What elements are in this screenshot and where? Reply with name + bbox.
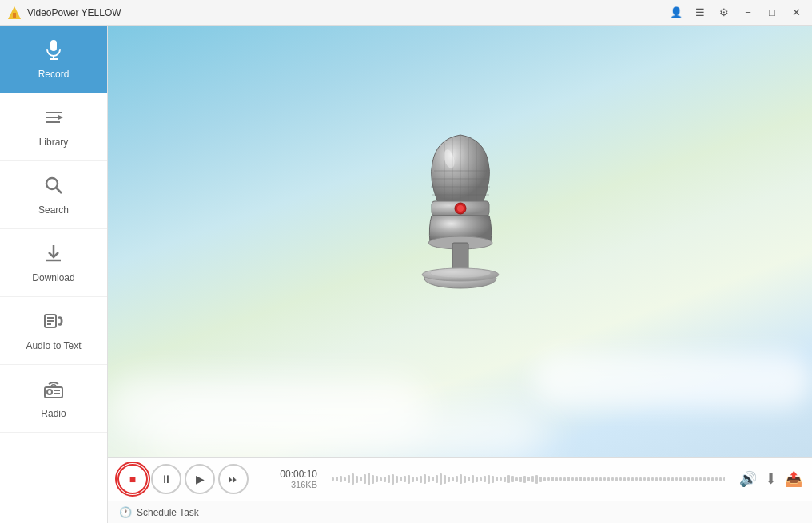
- sidebar-download-label: Download: [32, 272, 74, 283]
- wave-bar: [659, 477, 662, 481]
- wave-bar: [384, 477, 386, 482]
- wave-bar: [484, 476, 486, 482]
- wave-bar: [448, 477, 450, 482]
- sidebar-search-label: Search: [38, 204, 69, 216]
- wave-bar: [663, 477, 666, 481]
- wave-bar: [539, 477, 542, 482]
- menu-btn[interactable]: ☰: [691, 3, 710, 22]
- wave-bar: [460, 474, 462, 484]
- svg-point-9: [46, 178, 58, 189]
- wave-bar: [643, 477, 646, 481]
- pause-button[interactable]: ⏸: [151, 464, 181, 494]
- app-title: VideoPower YELLOW: [27, 7, 667, 18]
- next-button[interactable]: ⏭: [218, 464, 249, 494]
- wave-bar: [723, 477, 725, 481]
- wave-bar: [488, 475, 490, 484]
- wave-bar: [591, 477, 594, 481]
- wave-bar: [348, 475, 350, 483]
- wave-bar: [679, 477, 682, 481]
- wave-bar: [535, 475, 538, 484]
- maximize-btn[interactable]: □: [762, 3, 782, 22]
- wave-bar: [476, 477, 478, 482]
- wave-bar: [527, 477, 530, 481]
- play-button[interactable]: ▶: [185, 464, 215, 494]
- wave-bar: [695, 477, 698, 481]
- download-button[interactable]: ⬇: [765, 470, 777, 488]
- wave-bar: [603, 477, 606, 481]
- wave-bar: [360, 477, 362, 481]
- wave-bar: [332, 477, 334, 481]
- sidebar: Record Library Search: [0, 26, 108, 523]
- wave-bar: [651, 477, 654, 481]
- waveform: [332, 467, 725, 491]
- wave-bar: [428, 476, 430, 482]
- sidebar-item-record[interactable]: Record: [0, 26, 107, 93]
- wave-bar: [687, 477, 690, 481]
- schedule-label: Schedule Task: [137, 507, 199, 518]
- settings-btn[interactable]: ⚙: [714, 3, 734, 22]
- wave-bar: [523, 476, 526, 483]
- wave-bar: [531, 476, 534, 482]
- wave-bar: [404, 476, 406, 482]
- wave-bar: [519, 477, 522, 482]
- microphone-graphic: [396, 127, 524, 335]
- download-icon: [42, 242, 65, 267]
- svg-line-10: [56, 188, 62, 193]
- sidebar-item-audio-to-text[interactable]: Audio to Text: [0, 297, 107, 365]
- search-icon: [42, 174, 65, 200]
- sidebar-item-download[interactable]: Download: [0, 229, 107, 297]
- volume-icon[interactable]: 🔊: [739, 470, 757, 488]
- wave-bar: [380, 477, 382, 481]
- player-right-controls: 🔊 ⬇ 📤: [739, 470, 802, 488]
- size-display: 316KB: [291, 480, 317, 489]
- wave-bar: [364, 474, 366, 484]
- wave-bar: [400, 477, 402, 481]
- sidebar-item-search[interactable]: Search: [0, 161, 107, 229]
- wave-bar: [444, 475, 446, 484]
- wave-bar: [515, 477, 518, 481]
- wave-bar: [671, 477, 674, 481]
- wave-bar: [551, 477, 554, 481]
- wave-bar: [675, 477, 678, 481]
- stop-icon: ■: [129, 473, 136, 485]
- wave-bar: [623, 477, 626, 481]
- minimize-btn[interactable]: −: [738, 3, 758, 22]
- sidebar-item-radio[interactable]: Radio: [0, 365, 107, 433]
- wave-bar: [587, 477, 590, 481]
- player-controls: ■ ⏸ ▶ ⏭: [117, 464, 249, 494]
- wave-bar: [655, 477, 658, 481]
- wave-bar: [579, 477, 582, 481]
- sidebar-item-library[interactable]: Library: [0, 93, 107, 161]
- time-info: 00:00:10 316KB: [261, 469, 317, 489]
- wave-bar: [452, 477, 454, 481]
- share-button[interactable]: 📤: [785, 470, 802, 488]
- wave-bar: [615, 477, 618, 481]
- wave-bar: [559, 477, 562, 481]
- wave-bar: [683, 477, 686, 481]
- svg-marker-8: [58, 115, 63, 120]
- wave-bar: [647, 477, 650, 481]
- wave-bar: [408, 475, 410, 484]
- wave-bar: [432, 477, 434, 481]
- play-icon: ▶: [196, 473, 205, 485]
- close-btn[interactable]: ✕: [786, 3, 806, 22]
- next-icon: ⏭: [228, 473, 239, 485]
- wave-bar: [543, 477, 546, 481]
- wave-bar: [496, 477, 498, 481]
- wave-bar: [368, 473, 370, 485]
- svg-point-18: [47, 390, 52, 394]
- wave-bar: [607, 477, 610, 481]
- wave-bar: [344, 477, 346, 481]
- wave-bar: [424, 474, 426, 484]
- wave-bar: [504, 477, 506, 482]
- wave-bar: [631, 477, 634, 481]
- wave-bar: [715, 477, 718, 481]
- svg-rect-2: [50, 40, 57, 51]
- account-btn[interactable]: 👤: [667, 3, 686, 22]
- stop-record-button[interactable]: ■: [117, 464, 148, 494]
- schedule-bar[interactable]: 🕐 Schedule Task: [108, 501, 812, 523]
- wave-bar: [619, 477, 622, 481]
- wave-bar: [388, 475, 390, 483]
- wave-bar: [563, 477, 566, 481]
- wave-bar: [547, 477, 550, 481]
